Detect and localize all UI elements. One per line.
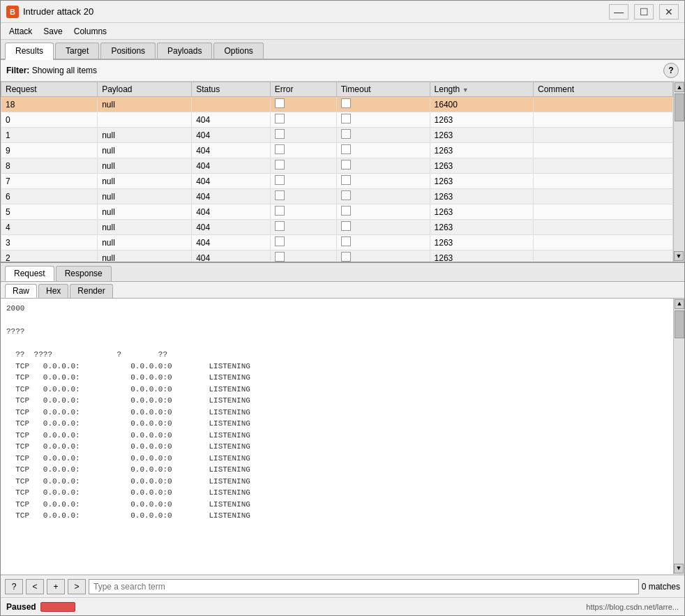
close-button[interactable]: ✕ [659,4,679,20]
cell-request: 3 [1,235,98,250]
content-scroll-down-icon[interactable]: ▼ [674,564,684,573]
cell-error [270,112,336,128]
table-row[interactable]: 04041263 [1,112,673,128]
add-button[interactable]: + [47,579,65,594]
next-button[interactable]: > [68,579,86,594]
cell-payload: null [98,250,192,264]
cell-length: 1263 [430,235,533,250]
cell-timeout [336,189,430,204]
checkbox-icon [275,129,285,139]
sort-arrow-icon: ▼ [462,87,469,93]
checkbox-icon [275,98,285,108]
col-header-length[interactable]: Length ▼ [430,82,533,97]
search-input[interactable] [89,579,639,594]
search-help-button[interactable]: ? [5,579,23,594]
cell-timeout [336,158,430,174]
cell-request: 7 [1,174,98,189]
cell-payload: null [98,158,192,174]
menu-columns[interactable]: Columns [68,25,112,38]
table-row[interactable]: 9null4041263 [1,143,673,158]
filter-help-button[interactable]: ? [663,63,679,78]
cell-status: 404 [192,250,271,264]
tab-response[interactable]: Response [56,266,112,281]
bottom-search-bar: ? < + > 0 matches [1,575,684,597]
tab-raw[interactable]: Raw [5,284,37,298]
table-scrollbar[interactable]: ▲ ▼ [673,82,684,262]
col-header-payload[interactable]: Payload [98,82,192,97]
content-scroll-thumb[interactable] [675,310,684,338]
table-row[interactable]: 7null4041263 [1,174,673,189]
scroll-up-icon[interactable]: ▲ [675,82,684,92]
scroll-thumb[interactable] [675,93,684,121]
tab-request[interactable]: Request [5,266,54,281]
cell-status: 404 [192,204,271,220]
cell-request: 8 [1,158,98,174]
menu-save[interactable]: Save [38,25,68,38]
cell-timeout [336,204,430,220]
scroll-down-icon[interactable]: ▼ [674,251,684,261]
col-header-timeout[interactable]: Timeout [336,82,430,97]
col-header-comment[interactable]: Comment [534,82,673,97]
results-table-container: Request Payload Status Error Timeout Len… [1,82,684,263]
cell-status: 404 [192,235,271,250]
cell-length: 1263 [430,158,533,174]
cell-comment [534,174,673,189]
col-header-status[interactable]: Status [192,82,271,97]
tab-positions[interactable]: Positions [100,43,156,59]
checkbox-icon [275,236,285,246]
checkbox-icon [341,236,351,246]
content-scrollbar[interactable]: ▲ ▼ [673,299,684,574]
cell-timeout [336,143,430,158]
table-row[interactable]: 8null4041263 [1,158,673,174]
cell-payload: null [98,143,192,158]
paused-indicator [40,602,75,612]
table-row[interactable]: 3null4041263 [1,235,673,250]
cell-payload: null [98,128,192,143]
table-row[interactable]: 6null4041263 [1,189,673,204]
cell-comment [534,128,673,143]
checkbox-icon [341,98,351,108]
tab-render[interactable]: Render [70,284,112,298]
tab-hex[interactable]: Hex [38,284,68,298]
table-header-row: Request Payload Status Error Timeout Len… [1,82,673,97]
tab-results[interactable]: Results [5,43,54,60]
checkbox-icon [341,144,351,154]
cell-length: 1263 [430,143,533,158]
minimize-button[interactable]: — [609,4,628,20]
checkbox-icon [275,221,285,231]
checkbox-icon [275,160,285,170]
menu-attack[interactable]: Attack [3,25,38,38]
table-body: 18null16400040412631null40412639null4041… [1,97,673,264]
cell-timeout [336,235,430,250]
cell-request: 9 [1,143,98,158]
scroll-down-container: ▼ [673,250,684,262]
app-icon: B [6,6,19,18]
tab-target[interactable]: Target [55,43,99,59]
filter-text: Filter: Showing all items [6,66,97,75]
cell-request: 0 [1,112,98,128]
table-row[interactable]: 2null4041263 [1,250,673,264]
cell-error [270,97,336,112]
checkbox-icon [275,252,285,262]
cell-request: 5 [1,204,98,220]
content-scroll-up-icon[interactable]: ▲ [675,299,684,309]
table-row[interactable]: 4null4041263 [1,220,673,235]
checkbox-icon [275,190,285,200]
view-tabs: Raw Hex Render [1,282,684,299]
cell-status: 404 [192,112,271,128]
col-header-error[interactable]: Error [270,82,336,97]
tab-payloads[interactable]: Payloads [157,43,212,59]
cell-comment [534,220,673,235]
tab-options[interactable]: Options [213,43,263,59]
table-row[interactable]: 5null4041263 [1,204,673,220]
content-text: 2000 ???? ?? ???? ? ?? TCP 0.0.0.0: 0.0.… [6,303,679,522]
cell-timeout [336,174,430,189]
cell-comment [534,189,673,204]
col-header-request[interactable]: Request [1,82,98,97]
checkbox-icon [341,160,351,170]
maximize-button[interactable]: ☐ [634,4,654,20]
titlebar: B Intruder attack 20 — ☐ ✕ [1,1,684,23]
prev-button[interactable]: < [26,579,44,594]
table-row[interactable]: 1null4041263 [1,128,673,143]
table-row[interactable]: 18null16400 [1,97,673,112]
